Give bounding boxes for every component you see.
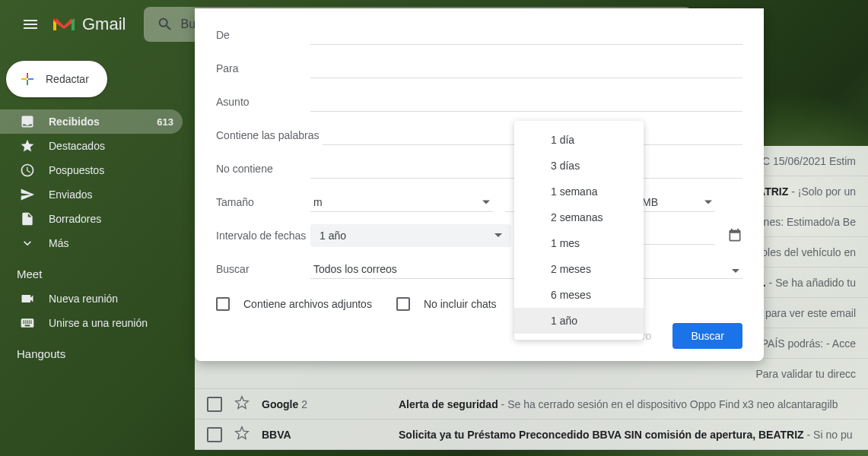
star-icon (20, 138, 35, 154)
search-in-label: Buscar (216, 263, 310, 275)
sidebar: Redactar Recibidos 613 Destacados Pospue… (0, 49, 195, 456)
logo-text: Gmail (82, 14, 126, 34)
meet-new-label: Nueva reunión (49, 293, 118, 305)
email-row[interactable]: Para validar tu direcc (195, 359, 868, 389)
clock-icon (20, 163, 35, 178)
star-outline-icon (234, 426, 250, 441)
date-option-1-month[interactable]: 1 mes (514, 230, 644, 256)
size-label: Tamaño (216, 196, 310, 208)
date-option-1-day[interactable]: 1 día (514, 127, 644, 153)
subject-label: Asunto (216, 96, 310, 108)
search-button[interactable] (150, 9, 180, 40)
compose-button[interactable]: Redactar (6, 61, 107, 97)
sidebar-item-starred[interactable]: Destacados (0, 134, 183, 158)
size-unit-select[interactable]: MB (639, 193, 715, 212)
nav-label: Enviados (49, 188, 173, 201)
date-range-dropdown: 1 día 3 días 1 semana 2 semanas 1 mes 2 … (514, 121, 644, 340)
date-option-6-months[interactable]: 6 meses (514, 282, 644, 308)
meet-join-label: Unirse a una reunión (49, 317, 148, 329)
gmail-icon (52, 15, 76, 33)
email-row[interactable]: Google 2 Alerta de seguridad - Se ha cer… (195, 389, 868, 420)
meet-join-meeting[interactable]: Unirse a una reunión (0, 311, 195, 335)
email-star[interactable] (234, 395, 250, 413)
subject-input[interactable] (310, 93, 742, 112)
email-sender: Google 2 (262, 398, 399, 410)
email-star[interactable] (234, 426, 250, 443)
calendar-icon[interactable] (727, 228, 742, 243)
date-range-label: Intervalo de fechas (216, 230, 310, 242)
search-submit-button[interactable]: Buscar (672, 323, 742, 349)
email-sender: BBVA (262, 429, 399, 441)
nav-count: 613 (157, 116, 173, 128)
hangouts-section-title: Hangouts (0, 335, 195, 366)
gmail-logo[interactable]: Gmail (52, 14, 126, 34)
to-label: Para (216, 62, 310, 74)
inbox-icon (20, 114, 35, 129)
plus-icon (18, 70, 37, 88)
meet-section-title: Meet (0, 255, 195, 287)
star-outline-icon (234, 395, 250, 410)
search-icon (157, 16, 173, 33)
size-operator-select[interactable]: m (310, 193, 493, 212)
email-checkbox[interactable] (207, 397, 222, 412)
has-words-label: Contiene las palabras (216, 129, 323, 141)
not-has-label: No contiene (216, 163, 310, 175)
video-icon (20, 291, 35, 306)
date-option-2-weeks[interactable]: 2 semanas (514, 204, 644, 230)
sidebar-item-snoozed[interactable]: Pospuestos (0, 158, 183, 182)
main-menu-button[interactable] (12, 6, 49, 43)
date-option-1-year[interactable]: 1 año (514, 308, 644, 334)
keyboard-icon (20, 315, 35, 331)
date-option-3-days[interactable]: 3 días (514, 153, 644, 179)
from-label: De (216, 29, 310, 41)
email-subject: Solicita ya tu Préstamo Preconcedido BBV… (399, 429, 856, 441)
content-area: EC 15/06/2021 Estim EATRIZ - ¡Solo por u… (195, 49, 868, 456)
chevron-down-icon (20, 236, 35, 251)
send-icon (20, 187, 35, 202)
email-subject: Alerta de seguridad - Se ha cerrado sesi… (399, 398, 856, 410)
file-icon (20, 211, 35, 226)
nav-label: Borradores (49, 213, 173, 225)
exclude-chats-checkbox[interactable]: No incluir chats (396, 297, 497, 311)
has-attachment-checkbox[interactable]: Contiene archivos adjuntos (216, 297, 372, 311)
date-range-select[interactable]: 1 año (310, 224, 511, 247)
hamburger-icon (21, 15, 40, 33)
email-checkbox[interactable] (207, 427, 222, 442)
nav-label: Más (49, 237, 173, 249)
nav-label: Destacados (49, 140, 173, 152)
compose-label: Redactar (46, 73, 89, 85)
nav-label: Recibidos (49, 116, 143, 128)
advanced-search-panel: De Para Asunto Contiene las palabras No … (195, 8, 764, 361)
from-input[interactable] (310, 26, 742, 45)
to-input[interactable] (310, 59, 742, 78)
email-row[interactable]: BBVA Solicita ya tu Préstamo Preconcedid… (195, 420, 868, 450)
date-option-2-months[interactable]: 2 meses (514, 256, 644, 282)
sidebar-item-drafts[interactable]: Borradores (0, 207, 183, 231)
sidebar-item-sent[interactable]: Enviados (0, 182, 183, 207)
meet-new-meeting[interactable]: Nueva reunión (0, 287, 195, 311)
nav-label: Pospuestos (49, 164, 173, 176)
date-option-1-week[interactable]: 1 semana (514, 179, 644, 204)
sidebar-item-inbox[interactable]: Recibidos 613 (0, 109, 183, 134)
sidebar-item-more[interactable]: Más (0, 231, 183, 255)
